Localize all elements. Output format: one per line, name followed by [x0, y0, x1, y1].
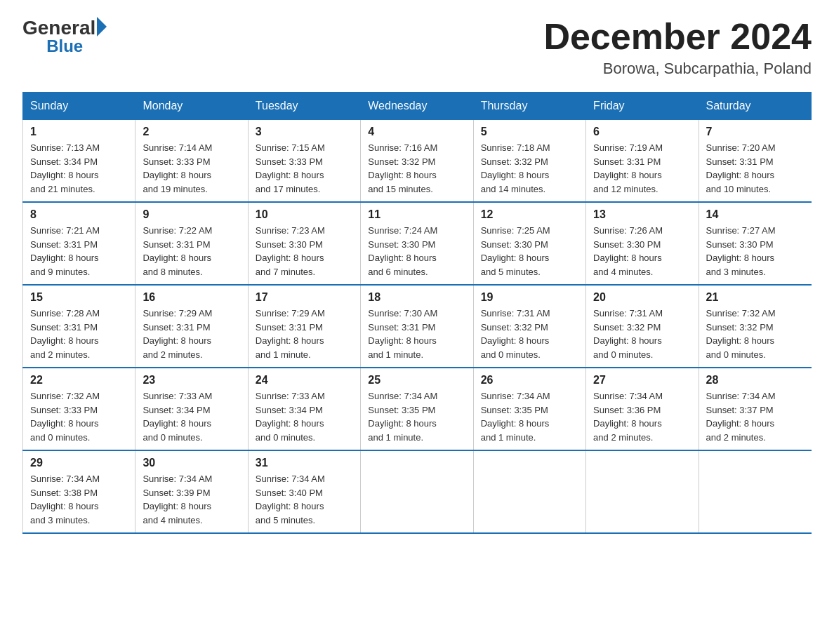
calendar-cell: 11Sunrise: 7:24 AMSunset: 3:30 PMDayligh… — [361, 202, 473, 285]
day-number: 9 — [143, 208, 240, 221]
header-row: SundayMondayTuesdayWednesdayThursdayFrid… — [23, 93, 812, 120]
day-number: 17 — [256, 291, 353, 304]
calendar-cell: 25Sunrise: 7:34 AMSunset: 3:35 PMDayligh… — [361, 368, 473, 450]
day-number: 20 — [593, 291, 691, 304]
day-info: Sunrise: 7:18 AMSunset: 3:32 PMDaylight:… — [481, 141, 578, 196]
day-info: Sunrise: 7:19 AMSunset: 3:31 PMDaylight:… — [593, 141, 691, 196]
day-info: Sunrise: 7:33 AMSunset: 3:34 PMDaylight:… — [256, 389, 353, 444]
calendar-cell: 12Sunrise: 7:25 AMSunset: 3:30 PMDayligh… — [473, 202, 585, 285]
day-info: Sunrise: 7:30 AMSunset: 3:31 PMDaylight:… — [368, 307, 465, 361]
day-info: Sunrise: 7:32 AMSunset: 3:33 PMDaylight:… — [30, 389, 128, 444]
day-info: Sunrise: 7:31 AMSunset: 3:32 PMDaylight:… — [593, 307, 691, 361]
calendar-cell: 16Sunrise: 7:29 AMSunset: 3:31 PMDayligh… — [135, 285, 248, 368]
day-info: Sunrise: 7:20 AMSunset: 3:31 PMDaylight:… — [706, 141, 805, 196]
calendar-table: SundayMondayTuesdayWednesdayThursdayFrid… — [22, 92, 812, 534]
day-info: Sunrise: 7:34 AMSunset: 3:36 PMDaylight:… — [593, 389, 691, 444]
calendar-week-4: 22Sunrise: 7:32 AMSunset: 3:33 PMDayligh… — [23, 368, 812, 450]
day-number: 29 — [30, 457, 128, 469]
day-number: 26 — [481, 374, 578, 387]
header-saturday: Saturday — [699, 93, 811, 120]
logo: General Blue — [22, 17, 107, 56]
day-info: Sunrise: 7:34 AMSunset: 3:40 PMDaylight:… — [256, 472, 353, 527]
day-number: 11 — [368, 208, 465, 221]
calendar-title-area: December 2024 Borowa, Subcarpathia, Pola… — [543, 17, 812, 78]
day-info: Sunrise: 7:16 AMSunset: 3:32 PMDaylight:… — [368, 141, 465, 196]
calendar-cell: 27Sunrise: 7:34 AMSunset: 3:36 PMDayligh… — [586, 368, 699, 450]
day-info: Sunrise: 7:34 AMSunset: 3:37 PMDaylight:… — [706, 389, 805, 444]
calendar-cell: 15Sunrise: 7:28 AMSunset: 3:31 PMDayligh… — [23, 285, 135, 368]
day-number: 14 — [706, 208, 805, 221]
day-info: Sunrise: 7:23 AMSunset: 3:30 PMDaylight:… — [256, 224, 353, 279]
day-info: Sunrise: 7:29 AMSunset: 3:31 PMDaylight:… — [256, 307, 353, 361]
day-number: 5 — [481, 126, 578, 138]
day-number: 18 — [368, 291, 465, 304]
day-info: Sunrise: 7:25 AMSunset: 3:30 PMDaylight:… — [481, 224, 578, 279]
logo-arrow-icon — [97, 17, 107, 36]
calendar-week-3: 15Sunrise: 7:28 AMSunset: 3:31 PMDayligh… — [23, 285, 812, 368]
day-number: 8 — [30, 208, 128, 221]
calendar-cell: 22Sunrise: 7:32 AMSunset: 3:33 PMDayligh… — [23, 368, 135, 450]
calendar-cell — [699, 450, 811, 533]
calendar-header: SundayMondayTuesdayWednesdayThursdayFrid… — [23, 93, 812, 120]
day-info: Sunrise: 7:33 AMSunset: 3:34 PMDaylight:… — [143, 389, 240, 444]
header-wednesday: Wednesday — [361, 93, 473, 120]
day-number: 10 — [256, 208, 353, 221]
calendar-cell: 14Sunrise: 7:27 AMSunset: 3:30 PMDayligh… — [699, 202, 811, 285]
day-info: Sunrise: 7:32 AMSunset: 3:32 PMDaylight:… — [706, 307, 805, 361]
day-info: Sunrise: 7:14 AMSunset: 3:33 PMDaylight:… — [143, 141, 240, 196]
logo-blue: Blue — [22, 36, 107, 56]
calendar-cell: 2Sunrise: 7:14 AMSunset: 3:33 PMDaylight… — [135, 120, 248, 203]
calendar-week-2: 8Sunrise: 7:21 AMSunset: 3:31 PMDaylight… — [23, 202, 812, 285]
calendar-cell — [473, 450, 585, 533]
day-info: Sunrise: 7:28 AMSunset: 3:31 PMDaylight:… — [30, 307, 128, 361]
day-info: Sunrise: 7:22 AMSunset: 3:31 PMDaylight:… — [143, 224, 240, 279]
day-info: Sunrise: 7:27 AMSunset: 3:30 PMDaylight:… — [706, 224, 805, 279]
calendar-cell: 24Sunrise: 7:33 AMSunset: 3:34 PMDayligh… — [248, 368, 360, 450]
calendar-body: 1Sunrise: 7:13 AMSunset: 3:34 PMDaylight… — [23, 120, 812, 534]
calendar-cell: 1Sunrise: 7:13 AMSunset: 3:34 PMDaylight… — [23, 120, 135, 203]
calendar-week-5: 29Sunrise: 7:34 AMSunset: 3:38 PMDayligh… — [23, 450, 812, 533]
calendar-cell: 10Sunrise: 7:23 AMSunset: 3:30 PMDayligh… — [248, 202, 360, 285]
page-header: General Blue December 2024 Borowa, Subca… — [22, 17, 812, 78]
day-info: Sunrise: 7:15 AMSunset: 3:33 PMDaylight:… — [256, 141, 353, 196]
header-tuesday: Tuesday — [248, 93, 360, 120]
calendar-cell — [586, 450, 699, 533]
calendar-cell: 21Sunrise: 7:32 AMSunset: 3:32 PMDayligh… — [699, 285, 811, 368]
day-info: Sunrise: 7:34 AMSunset: 3:39 PMDaylight:… — [143, 472, 240, 527]
day-number: 3 — [256, 126, 353, 138]
day-number: 15 — [30, 291, 128, 304]
day-info: Sunrise: 7:26 AMSunset: 3:30 PMDaylight:… — [593, 224, 691, 279]
calendar-subtitle: Borowa, Subcarpathia, Poland — [543, 60, 812, 78]
day-number: 19 — [481, 291, 578, 304]
calendar-cell: 3Sunrise: 7:15 AMSunset: 3:33 PMDaylight… — [248, 120, 360, 203]
calendar-cell: 17Sunrise: 7:29 AMSunset: 3:31 PMDayligh… — [248, 285, 360, 368]
calendar-cell: 4Sunrise: 7:16 AMSunset: 3:32 PMDaylight… — [361, 120, 473, 203]
day-number: 7 — [706, 126, 805, 138]
day-number: 6 — [593, 126, 691, 138]
calendar-cell: 26Sunrise: 7:34 AMSunset: 3:35 PMDayligh… — [473, 368, 585, 450]
day-number: 1 — [30, 126, 128, 138]
day-number: 21 — [706, 291, 805, 304]
day-number: 27 — [593, 374, 691, 387]
day-number: 13 — [593, 208, 691, 221]
calendar-title: December 2024 — [543, 17, 812, 57]
day-info: Sunrise: 7:34 AMSunset: 3:35 PMDaylight:… — [368, 389, 465, 444]
day-number: 30 — [143, 457, 240, 469]
calendar-cell: 8Sunrise: 7:21 AMSunset: 3:31 PMDaylight… — [23, 202, 135, 285]
day-info: Sunrise: 7:29 AMSunset: 3:31 PMDaylight:… — [143, 307, 240, 361]
day-number: 24 — [256, 374, 353, 387]
header-friday: Friday — [586, 93, 699, 120]
day-number: 25 — [368, 374, 465, 387]
day-info: Sunrise: 7:34 AMSunset: 3:35 PMDaylight:… — [481, 389, 578, 444]
calendar-cell: 20Sunrise: 7:31 AMSunset: 3:32 PMDayligh… — [586, 285, 699, 368]
day-info: Sunrise: 7:31 AMSunset: 3:32 PMDaylight:… — [481, 307, 578, 361]
calendar-cell: 5Sunrise: 7:18 AMSunset: 3:32 PMDaylight… — [473, 120, 585, 203]
calendar-cell: 31Sunrise: 7:34 AMSunset: 3:40 PMDayligh… — [248, 450, 360, 533]
day-number: 16 — [143, 291, 240, 304]
calendar-cell — [361, 450, 473, 533]
day-number: 12 — [481, 208, 578, 221]
calendar-cell: 29Sunrise: 7:34 AMSunset: 3:38 PMDayligh… — [23, 450, 135, 533]
calendar-cell: 13Sunrise: 7:26 AMSunset: 3:30 PMDayligh… — [586, 202, 699, 285]
day-number: 2 — [143, 126, 240, 138]
day-number: 4 — [368, 126, 465, 138]
